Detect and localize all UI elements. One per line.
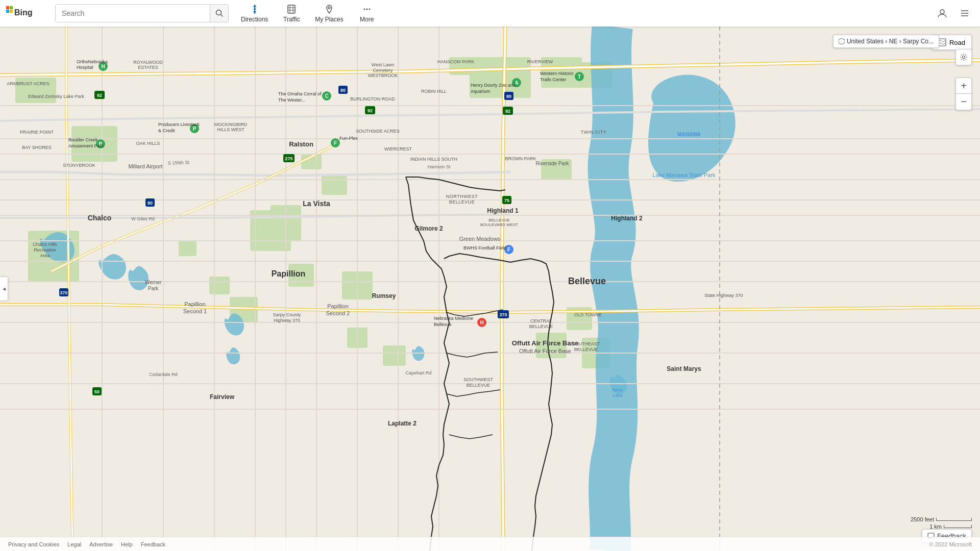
svg-rect-39 xyxy=(209,277,230,294)
search-button[interactable] xyxy=(210,4,228,22)
map-container[interactable]: 80 80 80 370 370 75 92 92 92 275 50 Bell… xyxy=(0,27,980,551)
header-right xyxy=(933,4,974,22)
copyright: © 2022 Microsoft xyxy=(929,541,972,547)
svg-text:80: 80 xyxy=(506,94,511,99)
zoom-controls: + − xyxy=(955,78,972,110)
svg-text:50: 50 xyxy=(94,389,100,394)
nav-more-label: More xyxy=(360,16,374,23)
collapse-sidebar-button[interactable]: ◀ xyxy=(0,277,8,301)
footer: Privacy and Cookies Legal Advertise Help… xyxy=(0,537,980,551)
svg-text:370: 370 xyxy=(499,312,507,317)
svg-rect-27 xyxy=(449,57,480,75)
scale-ruler-km xyxy=(944,525,972,528)
svg-text:Bing: Bing xyxy=(14,8,33,17)
account-button[interactable] xyxy=(933,4,951,22)
svg-rect-9 xyxy=(288,5,295,13)
footer-legal[interactable]: Legal xyxy=(67,541,81,547)
svg-rect-3 xyxy=(10,10,13,13)
breadcrumb-text: United States › NE › Sarpy Co... xyxy=(847,38,934,45)
svg-rect-25 xyxy=(541,57,582,88)
nav-traffic[interactable]: Traffic xyxy=(276,2,307,25)
svg-line-6 xyxy=(220,15,223,17)
svg-rect-32 xyxy=(541,159,572,180)
search-box: Bellevue, Nebraska, United States xyxy=(55,4,229,22)
nav-traffic-label: Traffic xyxy=(283,16,300,23)
svg-text:92: 92 xyxy=(97,93,102,98)
svg-rect-44 xyxy=(536,333,567,358)
svg-rect-28 xyxy=(71,126,117,162)
svg-text:275: 275 xyxy=(285,156,292,161)
svg-rect-0 xyxy=(6,6,9,9)
svg-text:P: P xyxy=(193,126,197,132)
svg-point-14 xyxy=(328,7,330,9)
svg-text:92: 92 xyxy=(368,108,373,113)
svg-rect-43 xyxy=(383,345,406,366)
svg-text:F: F xyxy=(334,140,337,146)
scale-feet: 2500 feet xyxy=(911,516,934,522)
svg-text:B: B xyxy=(99,141,102,147)
search-input[interactable]: Bellevue, Nebraska, United States xyxy=(56,5,210,22)
breadcrumb-bar[interactable]: United States › NE › Sarpy Co... xyxy=(833,35,939,48)
svg-point-18 xyxy=(940,10,944,14)
svg-rect-31 xyxy=(322,174,347,195)
footer-feedback-link[interactable]: Feedback xyxy=(141,541,165,547)
nav-myplaces-label: My Places xyxy=(315,16,343,23)
zoom-out-button[interactable]: − xyxy=(955,94,972,110)
svg-text:C: C xyxy=(325,93,328,99)
footer-privacy[interactable]: Privacy and Cookies xyxy=(8,541,59,547)
zoom-in-button[interactable]: + xyxy=(955,78,972,94)
svg-text:75: 75 xyxy=(504,198,509,203)
nav-bar: Directions Traffic My Places xyxy=(235,2,382,25)
nav-myplaces[interactable]: My Places xyxy=(309,2,349,25)
settings-button[interactable] xyxy=(955,49,972,65)
svg-point-16 xyxy=(366,9,368,10)
svg-text:F: F xyxy=(507,247,510,253)
svg-text:370: 370 xyxy=(60,290,67,295)
svg-text:T: T xyxy=(578,74,581,80)
nav-directions-label: Directions xyxy=(241,16,268,23)
map-type-label: Road xyxy=(949,39,965,46)
map-svg: 80 80 80 370 370 75 92 92 92 275 50 Bell… xyxy=(0,27,980,551)
bing-logo[interactable]: Bing xyxy=(6,6,47,20)
svg-text:A: A xyxy=(514,80,518,86)
svg-text:80: 80 xyxy=(148,201,153,206)
svg-text:80: 80 xyxy=(340,88,346,93)
svg-point-199 xyxy=(963,56,965,59)
svg-text:H: H xyxy=(480,320,483,325)
svg-point-15 xyxy=(363,9,365,10)
svg-rect-29 xyxy=(15,78,56,103)
svg-rect-37 xyxy=(288,264,314,287)
svg-text:H: H xyxy=(101,64,105,69)
nav-more[interactable]: More xyxy=(352,2,382,25)
scale-ruler-feet xyxy=(936,518,972,521)
scale-bar: 2500 feet 1 km xyxy=(911,516,972,531)
nav-directions[interactable]: Directions xyxy=(235,2,274,25)
footer-advertise[interactable]: Advertise xyxy=(89,541,113,547)
svg-point-5 xyxy=(216,10,221,15)
svg-point-17 xyxy=(369,9,370,10)
svg-rect-38 xyxy=(179,241,197,256)
svg-rect-1 xyxy=(10,6,13,9)
header: Bing Bellevue, Nebraska, United States D… xyxy=(0,0,980,27)
svg-point-8 xyxy=(254,8,256,10)
svg-rect-2 xyxy=(6,10,9,13)
footer-help[interactable]: Help xyxy=(121,541,133,547)
svg-rect-197 xyxy=(939,39,946,46)
svg-text:92: 92 xyxy=(505,109,510,114)
svg-marker-198 xyxy=(839,38,845,44)
menu-button[interactable] xyxy=(955,4,974,22)
